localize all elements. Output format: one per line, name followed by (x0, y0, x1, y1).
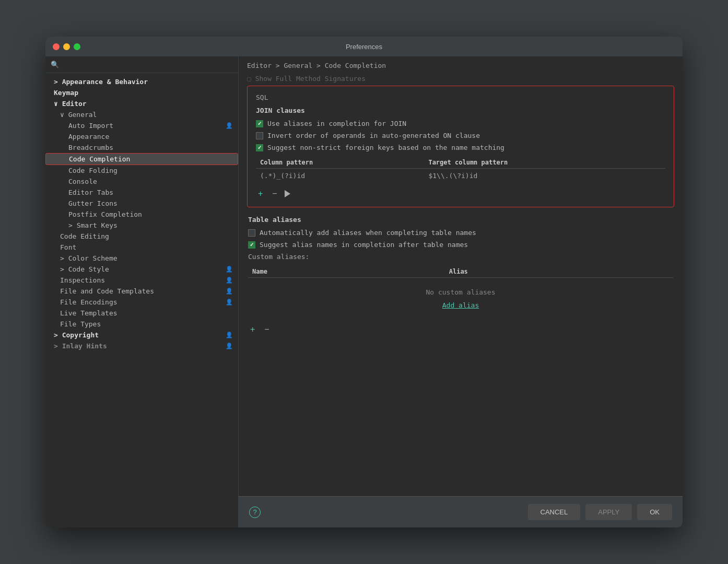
add-alias-row: Add alias (248, 300, 673, 319)
sidebar-item-file-code-templates[interactable]: File and Code Templates 👤 (45, 286, 238, 297)
sql-remove-button[interactable]: − (270, 188, 279, 199)
sql-section-box: SQL JOIN clauses Use aliases in completi… (247, 86, 674, 207)
pattern-col2-value: $1\\.(\?i)id (424, 169, 665, 183)
checkbox-auto-add-aliases-label[interactable]: Automatically add aliases when completin… (260, 229, 476, 237)
alias-add-button[interactable]: + (248, 324, 257, 335)
checkbox-use-aliases-label[interactable]: Use aliases in completion for JOIN (267, 120, 406, 127)
sidebar-item-editor-tabs[interactable]: Editor Tabs (45, 187, 238, 198)
sidebar-item-color-scheme[interactable]: > Color Scheme (45, 253, 238, 264)
checkbox-invert-order: Invert order of operands in auto-generat… (256, 132, 665, 139)
sidebar-item-smart-keys[interactable]: > Smart Keys (45, 220, 238, 231)
sidebar-item-gutter-icons[interactable]: Gutter Icons (45, 198, 238, 209)
sidebar-tree: > Appearance & Behavior Keymap ∨ Editor … (45, 73, 238, 527)
alias-col2-header: Alias (445, 266, 673, 278)
sidebar-item-postfix-completion[interactable]: Postfix Completion (45, 209, 238, 220)
sidebar-item-copyright[interactable]: > Copyright 👤 (45, 330, 238, 340)
pattern-table: Column pattern Target column pattern (.*… (256, 157, 665, 183)
main-content: 🔍 > Appearance & Behavior Keymap ∨ Edito… (45, 56, 683, 527)
sidebar-item-general[interactable]: ∨ General (45, 109, 238, 120)
no-custom-aliases-text: No custom aliases (426, 288, 495, 296)
sidebar-item-code-completion[interactable]: Code Completion (45, 153, 238, 165)
table-aliases-section: Table aliases Automatically add aliases … (247, 216, 674, 335)
sidebar-item-keymap[interactable]: Keymap (45, 87, 238, 98)
checkbox-invert-order-label[interactable]: Invert order of operands in auto-generat… (267, 132, 480, 139)
search-icon: 🔍 (51, 61, 59, 68)
sidebar-item-auto-import[interactable]: Auto Import 👤 (45, 120, 238, 131)
join-clauses-label: JOIN clauses (256, 107, 665, 114)
sidebar-item-code-style[interactable]: > Code Style 👤 (45, 264, 238, 275)
lock-icon-file-encodings: 👤 (226, 299, 233, 306)
minimize-button[interactable] (63, 43, 70, 50)
table-row[interactable]: (.*)_(?i)id $1\\.(\?i)id (256, 169, 665, 183)
sidebar-item-code-folding[interactable]: Code Folding (45, 165, 238, 176)
cancel-button[interactable]: CANCEL (528, 504, 581, 520)
checkbox-suggest-alias-names-input[interactable] (248, 241, 255, 249)
lock-icon-code-style: 👤 (226, 266, 233, 273)
checkbox-suggest-alias-names: Suggest alias names in completion after … (248, 241, 673, 249)
sidebar: 🔍 > Appearance & Behavior Keymap ∨ Edito… (45, 56, 239, 527)
checkbox-suggest-fk-label[interactable]: Suggest non-strict foreign keys based on… (267, 144, 504, 151)
sidebar-item-inspections[interactable]: Inspections 👤 (45, 275, 238, 286)
search-input[interactable] (62, 61, 233, 68)
add-alias-link[interactable]: Add alias (252, 301, 669, 309)
sidebar-item-code-editing[interactable]: Code Editing (45, 231, 238, 242)
sidebar-item-font[interactable]: Font (45, 242, 238, 253)
preferences-window: Preferences 🔍 > Appearance & Behavior Ke… (45, 37, 683, 527)
maximize-button[interactable] (74, 43, 80, 50)
pattern-col2-header: Target column pattern (424, 157, 665, 169)
window-controls (53, 43, 80, 50)
sidebar-item-appearance-behavior[interactable]: > Appearance & Behavior (45, 76, 238, 87)
sql-table-actions: + − (256, 188, 665, 199)
custom-aliases-label: Custom aliases: (248, 253, 673, 261)
checkbox-auto-add-aliases-input[interactable] (248, 229, 255, 237)
help-button[interactable]: ? (249, 507, 261, 518)
checkbox-suggest-fk: Suggest non-strict foreign keys based on… (256, 144, 665, 151)
pattern-col1-value: (.*)_(?i)id (256, 169, 424, 183)
sql-play-button[interactable] (285, 190, 290, 197)
lock-icon-copyright: 👤 (226, 332, 233, 338)
sidebar-item-live-templates[interactable]: Live Templates (45, 308, 238, 319)
sql-section-label: SQL (256, 93, 665, 101)
pattern-col1-header: Column pattern (256, 157, 424, 169)
close-button[interactable] (53, 43, 60, 50)
checkbox-suggest-fk-input[interactable] (256, 144, 263, 151)
apply-button[interactable]: APPLY (585, 504, 632, 520)
window-title: Preferences (346, 43, 382, 51)
sidebar-item-file-encodings[interactable]: File Encodings 👤 (45, 297, 238, 308)
lock-icon-inlay-hints: 👤 (226, 343, 233, 349)
table-aliases-label: Table aliases (248, 216, 673, 224)
faded-method-signatures: ▢ Show Full Method Signatures (247, 75, 674, 83)
sidebar-item-console[interactable]: Console (45, 176, 238, 187)
search-bar: 🔍 (45, 56, 238, 73)
sidebar-item-editor[interactable]: ∨ Editor (45, 98, 238, 109)
alias-table: Name Alias No custom aliases (248, 266, 673, 319)
checkbox-use-aliases-input[interactable] (256, 120, 263, 127)
alias-table-actions: + − (248, 324, 673, 335)
content-area: ▢ Show Full Method Signatures SQL JOIN c… (239, 73, 683, 496)
lock-icon-inspections: 👤 (226, 277, 233, 284)
lock-icon-file-code-templates: 👤 (226, 288, 233, 295)
sidebar-item-file-types[interactable]: File Types (45, 319, 238, 330)
checkbox-auto-add-aliases: Automatically add aliases when completin… (248, 229, 673, 237)
footer: ? CANCEL APPLY OK (239, 496, 683, 527)
checkbox-invert-order-input[interactable] (256, 132, 263, 139)
sidebar-item-appearance[interactable]: Appearance (45, 131, 238, 142)
alias-remove-button[interactable]: − (262, 324, 271, 335)
breadcrumb: Editor > General > Code Completion (239, 56, 683, 73)
alias-empty-row: No custom aliases (248, 278, 673, 301)
sidebar-item-inlay-hints[interactable]: > Inlay Hints 👤 (45, 340, 238, 351)
sql-add-button[interactable]: + (256, 188, 265, 199)
titlebar: Preferences (45, 37, 683, 56)
checkbox-use-aliases: Use aliases in completion for JOIN (256, 120, 665, 127)
sidebar-item-breadcrumbs[interactable]: Breadcrumbs (45, 142, 238, 153)
ok-button[interactable]: OK (637, 504, 672, 520)
right-panel: Editor > General > Code Completion ▢ Sho… (239, 56, 683, 527)
alias-col1-header: Name (248, 266, 445, 278)
lock-icon: 👤 (226, 122, 233, 129)
checkbox-suggest-alias-names-label[interactable]: Suggest alias names in completion after … (260, 241, 468, 249)
